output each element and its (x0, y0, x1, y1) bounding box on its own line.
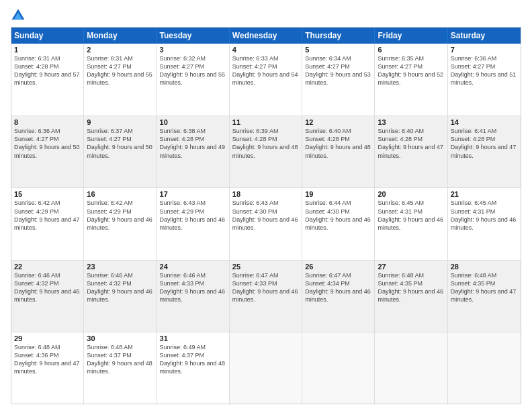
day-number: 23 (87, 263, 153, 271)
header-cell-wednesday: Wednesday (230, 28, 302, 44)
page-header (11, 8, 521, 23)
day-number: 6 (378, 46, 444, 54)
cell-info: Sunrise: 6:36 AM Sunset: 4:27 PM Dayligh… (14, 127, 81, 160)
calendar-cell: 18Sunrise: 6:43 AM Sunset: 4:30 PM Dayli… (230, 188, 302, 259)
day-number: 21 (451, 190, 518, 198)
cell-info: Sunrise: 6:48 AM Sunset: 4:35 PM Dayligh… (378, 271, 444, 304)
day-number: 19 (305, 190, 371, 198)
day-number: 20 (378, 190, 444, 198)
day-number: 26 (305, 263, 371, 271)
day-number: 10 (160, 118, 226, 126)
calendar-cell (448, 332, 521, 404)
day-number: 13 (378, 118, 444, 126)
cell-info: Sunrise: 6:39 AM Sunset: 4:28 PM Dayligh… (232, 127, 299, 160)
calendar-cell: 26Sunrise: 6:47 AM Sunset: 4:34 PM Dayli… (302, 261, 375, 332)
cell-info: Sunrise: 6:41 AM Sunset: 4:28 PM Dayligh… (451, 127, 518, 160)
day-number: 31 (160, 334, 226, 342)
cell-info: Sunrise: 6:46 AM Sunset: 4:32 PM Dayligh… (14, 271, 81, 304)
cell-info: Sunrise: 6:48 AM Sunset: 4:36 PM Dayligh… (14, 343, 81, 376)
cell-info: Sunrise: 6:31 AM Sunset: 4:28 PM Dayligh… (14, 54, 81, 87)
calendar-cell: 23Sunrise: 6:46 AM Sunset: 4:32 PM Dayli… (84, 261, 157, 332)
cell-info: Sunrise: 6:42 AM Sunset: 4:29 PM Dayligh… (87, 199, 153, 232)
header-cell-saturday: Saturday (448, 28, 521, 44)
day-number: 12 (305, 118, 371, 126)
calendar-week-5: 29Sunrise: 6:48 AM Sunset: 4:36 PM Dayli… (11, 332, 521, 404)
cell-info: Sunrise: 6:40 AM Sunset: 4:28 PM Dayligh… (305, 127, 371, 160)
calendar-cell: 25Sunrise: 6:47 AM Sunset: 4:33 PM Dayli… (230, 261, 302, 332)
header-cell-monday: Monday (84, 28, 157, 44)
calendar-week-2: 8Sunrise: 6:36 AM Sunset: 4:27 PM Daylig… (11, 116, 521, 187)
cell-info: Sunrise: 6:33 AM Sunset: 4:27 PM Dayligh… (232, 54, 299, 87)
cell-info: Sunrise: 6:36 AM Sunset: 4:27 PM Dayligh… (451, 54, 518, 87)
cell-info: Sunrise: 6:38 AM Sunset: 4:28 PM Dayligh… (160, 127, 226, 160)
day-number: 25 (232, 263, 299, 271)
calendar-cell (230, 332, 302, 404)
day-number: 17 (160, 190, 226, 198)
day-number: 15 (14, 190, 81, 198)
calendar-cell: 5Sunrise: 6:34 AM Sunset: 4:27 PM Daylig… (302, 44, 375, 116)
cell-info: Sunrise: 6:46 AM Sunset: 4:32 PM Dayligh… (87, 271, 153, 304)
cell-info: Sunrise: 6:40 AM Sunset: 4:28 PM Dayligh… (378, 127, 444, 160)
day-number: 24 (160, 263, 226, 271)
cell-info: Sunrise: 6:48 AM Sunset: 4:37 PM Dayligh… (87, 343, 153, 376)
header-cell-friday: Friday (375, 28, 447, 44)
day-number: 29 (14, 334, 81, 342)
day-number: 27 (378, 263, 444, 271)
calendar-week-1: 1Sunrise: 6:31 AM Sunset: 4:28 PM Daylig… (11, 44, 521, 116)
cell-info: Sunrise: 6:47 AM Sunset: 4:34 PM Dayligh… (305, 271, 371, 304)
calendar-cell: 10Sunrise: 6:38 AM Sunset: 4:28 PM Dayli… (157, 116, 230, 187)
cell-info: Sunrise: 6:48 AM Sunset: 4:35 PM Dayligh… (451, 271, 518, 304)
calendar-cell: 30Sunrise: 6:48 AM Sunset: 4:37 PM Dayli… (84, 332, 157, 404)
calendar-header: SundayMondayTuesdayWednesdayThursdayFrid… (11, 28, 521, 44)
day-number: 9 (87, 118, 153, 126)
calendar-cell: 13Sunrise: 6:40 AM Sunset: 4:28 PM Dayli… (375, 116, 447, 187)
logo (11, 8, 28, 23)
calendar-cell: 6Sunrise: 6:35 AM Sunset: 4:27 PM Daylig… (375, 44, 447, 116)
cell-info: Sunrise: 6:32 AM Sunset: 4:27 PM Dayligh… (160, 54, 226, 87)
cell-info: Sunrise: 6:31 AM Sunset: 4:27 PM Dayligh… (87, 54, 153, 87)
calendar-cell (375, 332, 447, 404)
calendar-cell: 2Sunrise: 6:31 AM Sunset: 4:27 PM Daylig… (84, 44, 157, 116)
calendar-cell: 22Sunrise: 6:46 AM Sunset: 4:32 PM Dayli… (11, 261, 84, 332)
day-number: 22 (14, 263, 81, 271)
day-number: 8 (14, 118, 81, 126)
calendar-cell: 19Sunrise: 6:44 AM Sunset: 4:30 PM Dayli… (302, 188, 375, 259)
calendar-cell: 4Sunrise: 6:33 AM Sunset: 4:27 PM Daylig… (230, 44, 302, 116)
day-number: 28 (451, 263, 518, 271)
cell-info: Sunrise: 6:34 AM Sunset: 4:27 PM Dayligh… (305, 54, 371, 87)
day-number: 14 (451, 118, 518, 126)
calendar-cell: 21Sunrise: 6:45 AM Sunset: 4:31 PM Dayli… (448, 188, 521, 259)
day-number: 5 (305, 46, 371, 54)
day-number: 3 (160, 46, 226, 54)
cell-info: Sunrise: 6:44 AM Sunset: 4:30 PM Dayligh… (305, 199, 371, 232)
day-number: 1 (14, 46, 81, 54)
calendar-cell: 24Sunrise: 6:46 AM Sunset: 4:33 PM Dayli… (157, 261, 230, 332)
page-container: SundayMondayTuesdayWednesdayThursdayFrid… (0, 0, 532, 411)
calendar-cell: 3Sunrise: 6:32 AM Sunset: 4:27 PM Daylig… (157, 44, 230, 116)
header-cell-sunday: Sunday (11, 28, 84, 44)
cell-info: Sunrise: 6:42 AM Sunset: 4:29 PM Dayligh… (14, 199, 81, 232)
calendar-cell: 31Sunrise: 6:49 AM Sunset: 4:37 PM Dayli… (157, 332, 230, 404)
day-number: 11 (232, 118, 299, 126)
day-number: 2 (87, 46, 153, 54)
calendar: SundayMondayTuesdayWednesdayThursdayFrid… (11, 27, 521, 404)
calendar-cell: 9Sunrise: 6:37 AM Sunset: 4:27 PM Daylig… (84, 116, 157, 187)
calendar-cell: 7Sunrise: 6:36 AM Sunset: 4:27 PM Daylig… (448, 44, 521, 116)
cell-info: Sunrise: 6:47 AM Sunset: 4:33 PM Dayligh… (232, 271, 299, 304)
logo-icon (11, 8, 26, 23)
calendar-cell: 14Sunrise: 6:41 AM Sunset: 4:28 PM Dayli… (448, 116, 521, 187)
cell-info: Sunrise: 6:46 AM Sunset: 4:33 PM Dayligh… (160, 271, 226, 304)
cell-info: Sunrise: 6:37 AM Sunset: 4:27 PM Dayligh… (87, 127, 153, 160)
header-cell-tuesday: Tuesday (157, 28, 230, 44)
calendar-cell: 8Sunrise: 6:36 AM Sunset: 4:27 PM Daylig… (11, 116, 84, 187)
cell-info: Sunrise: 6:45 AM Sunset: 4:31 PM Dayligh… (451, 199, 518, 232)
calendar-body: 1Sunrise: 6:31 AM Sunset: 4:28 PM Daylig… (11, 44, 521, 404)
day-number: 4 (232, 46, 299, 54)
calendar-cell: 20Sunrise: 6:45 AM Sunset: 4:31 PM Dayli… (375, 188, 447, 259)
day-number: 30 (87, 334, 153, 342)
calendar-cell: 29Sunrise: 6:48 AM Sunset: 4:36 PM Dayli… (11, 332, 84, 404)
calendar-cell: 27Sunrise: 6:48 AM Sunset: 4:35 PM Dayli… (375, 261, 447, 332)
calendar-cell: 12Sunrise: 6:40 AM Sunset: 4:28 PM Dayli… (302, 116, 375, 187)
calendar-cell: 11Sunrise: 6:39 AM Sunset: 4:28 PM Dayli… (230, 116, 302, 187)
cell-info: Sunrise: 6:43 AM Sunset: 4:29 PM Dayligh… (160, 199, 226, 232)
